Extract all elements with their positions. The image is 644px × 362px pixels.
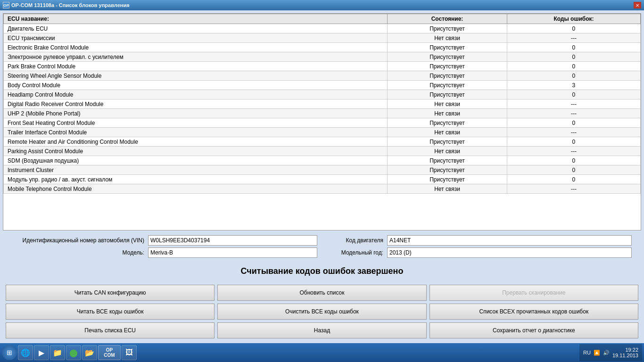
taskbar: ⊞ 🌐 ▶ 📁 ⬤ 📂 OP COM 🖼 RU 🔼 🔊 19:22 19.11.… <box>0 343 644 362</box>
list-all-errors-button[interactable]: Список ВСЕХ прочитанных кодов ошибок <box>429 304 638 320</box>
ecu-name-cell: Электронное рулевое управл. с усилителем <box>4 52 388 62</box>
table-row[interactable]: Instrument Cluster Присутствует 0 <box>4 165 641 175</box>
ecu-name-cell: Модуль упр. радио / ав. акуст. сигналом <box>4 175 388 184</box>
state-cell: Присутствует <box>388 62 507 71</box>
state-cell: Присутствует <box>388 118 507 128</box>
state-cell: Присутствует <box>388 165 507 175</box>
explorer-icon[interactable]: 📂 <box>82 345 97 360</box>
errors-cell: 0 <box>507 52 640 62</box>
model-year-row: Модельный год: <box>327 247 632 258</box>
ecu-name-cell: UHP 2 (Mobile Phone Portal) <box>4 109 388 118</box>
errors-cell: 0 <box>507 175 640 184</box>
errors-cell: --- <box>507 109 640 118</box>
model-year-input[interactable] <box>387 247 632 258</box>
state-cell: Нет связи <box>388 184 507 194</box>
close-button[interactable]: ✕ <box>634 2 641 8</box>
ie-icon[interactable]: 🌐 <box>18 345 33 360</box>
errors-cell: 0 <box>507 62 640 71</box>
ecu-name-cell: Digital Radio Receiver Control Module <box>4 99 388 109</box>
vin-input[interactable] <box>148 235 317 246</box>
ecu-table-container: ECU название: Состояние: Коды ошибок: Дв… <box>3 13 641 230</box>
table-row[interactable]: Parking Assist Control Module Нет связи … <box>4 147 641 156</box>
vin-label: Идентификационный номер автомобиля (VIN) <box>12 237 144 244</box>
model-label: Модель: <box>12 249 144 256</box>
table-row[interactable]: SDM (Воздушная подушка) Присутствует 0 <box>4 156 641 165</box>
start-button[interactable]: ⊞ <box>2 345 17 360</box>
title-bar-text: OP OP-COM 131108a - Список блоков управл… <box>3 2 130 8</box>
extra-icon[interactable]: 🖼 <box>122 345 137 360</box>
table-row[interactable]: Электронное рулевое управл. с усилителем… <box>4 52 641 62</box>
op-com-taskbar-btn[interactable]: OP COM <box>98 345 121 360</box>
state-cell: Присутствует <box>388 156 507 165</box>
errors-cell: 0 <box>507 137 640 147</box>
ecu-name-cell: Mobile Telephone Control Module <box>4 184 388 194</box>
table-row[interactable]: Front Seat Heating Control Module Присут… <box>4 118 641 128</box>
ecu-name-cell: Trailer Interface Control Module <box>4 128 388 137</box>
chrome-icon[interactable]: ⬤ <box>66 345 81 360</box>
update-list-button[interactable]: Обновить список <box>217 285 426 301</box>
ecu-name-cell: ECU трансмиссии <box>4 33 388 43</box>
buttons-area: Читать CAN конфигурацию Обновить список … <box>3 283 641 340</box>
table-row[interactable]: ECU трансмиссии Нет связи --- <box>4 33 641 43</box>
ecu-name-cell: Remote Heater and Air Conditioning Contr… <box>4 137 388 147</box>
ecu-name-cell: Front Seat Heating Control Module <box>4 118 388 128</box>
print-ecu-button[interactable]: Печать списка ECU <box>6 322 215 338</box>
folder-icon[interactable]: 📁 <box>50 345 65 360</box>
table-row[interactable]: Steering Wheel Angle Sensor Module Прису… <box>4 71 641 81</box>
info-area: Идентификационный номер автомобиля (VIN)… <box>3 233 641 260</box>
errors-cell: --- <box>507 184 640 194</box>
state-cell: Присутствует <box>388 90 507 99</box>
save-report-button[interactable]: Сохранить отчет о диагностике <box>429 322 638 338</box>
errors-cell: 0 <box>507 71 640 81</box>
table-row[interactable]: UHP 2 (Mobile Phone Portal) Нет связи --… <box>4 109 641 118</box>
read-all-errors-button[interactable]: Читать ВСЕ коды ошибок <box>6 304 215 320</box>
table-row[interactable]: Remote Heater and Air Conditioning Contr… <box>4 137 641 147</box>
table-row[interactable]: Park Brake Control Module Присутствует 0 <box>4 62 641 71</box>
sound-icon: 🔊 <box>603 350 610 356</box>
ecu-name-cell: Body Control Module <box>4 81 388 90</box>
media-icon[interactable]: ▶ <box>34 345 49 360</box>
read-can-button[interactable]: Читать CAN конфигурацию <box>6 285 215 301</box>
table-row[interactable]: Digital Radio Receiver Control Module Не… <box>4 99 641 109</box>
ecu-name-cell: Electronic Brake Control Module <box>4 43 388 52</box>
ecu-name-cell: Parking Assist Control Module <box>4 147 388 156</box>
state-cell: Нет связи <box>388 33 507 43</box>
table-row[interactable]: Headlamp Control Module Присутствует 0 <box>4 90 641 99</box>
errors-cell: --- <box>507 33 640 43</box>
table-row[interactable]: Trailer Interface Control Module Нет свя… <box>4 128 641 137</box>
clock: 19:22 19.11.2013 <box>612 347 638 358</box>
errors-cell: 0 <box>507 43 640 52</box>
stop-scan-button[interactable]: Прервать сканирование <box>429 285 638 301</box>
state-cell: Присутствует <box>388 81 507 90</box>
engine-code-label: Код двигателя <box>327 237 383 244</box>
state-cell: Нет связи <box>388 109 507 118</box>
table-row[interactable]: Mobile Telephone Control Module Нет связ… <box>4 184 641 194</box>
errors-cell: --- <box>507 99 640 109</box>
table-row[interactable]: Electronic Brake Control Module Присутст… <box>4 43 641 52</box>
errors-cell: 0 <box>507 24 640 33</box>
state-cell: Нет связи <box>388 147 507 156</box>
table-row[interactable]: Body Control Module Присутствует 3 <box>4 81 641 90</box>
date: 19.11.2013 <box>612 353 638 358</box>
errors-cell: 3 <box>507 81 640 90</box>
engine-code-row: Код двигателя <box>327 235 632 246</box>
state-cell: Присутствует <box>388 175 507 184</box>
taskbar-right: RU 🔼 🔊 19:22 19.11.2013 <box>579 344 642 361</box>
table-row[interactable]: Двигатель ECU Присутствует 0 <box>4 24 641 33</box>
status-message: Считывание кодов ошибок завершено <box>3 263 641 280</box>
ecu-name-cell: Headlamp Control Module <box>4 90 388 99</box>
col-header-ecu: ECU название: <box>4 14 388 24</box>
clear-all-errors-button[interactable]: Очистить ВСЕ коды ошибок <box>217 304 426 320</box>
back-button[interactable]: Назад <box>217 322 426 338</box>
time: 19:22 <box>612 347 638 353</box>
language-indicator: RU <box>583 350 591 355</box>
engine-code-input[interactable] <box>387 235 632 246</box>
table-row[interactable]: Модуль упр. радио / ав. акуст. сигналом … <box>4 175 641 184</box>
col-header-errors: Коды ошибок: <box>507 14 640 24</box>
state-cell: Присутствует <box>388 71 507 81</box>
state-cell: Присутствует <box>388 24 507 33</box>
errors-cell: 0 <box>507 156 640 165</box>
model-input[interactable] <box>148 247 317 258</box>
col-header-state: Состояние: <box>388 14 507 24</box>
ecu-name-cell: Instrument Cluster <box>4 165 388 175</box>
